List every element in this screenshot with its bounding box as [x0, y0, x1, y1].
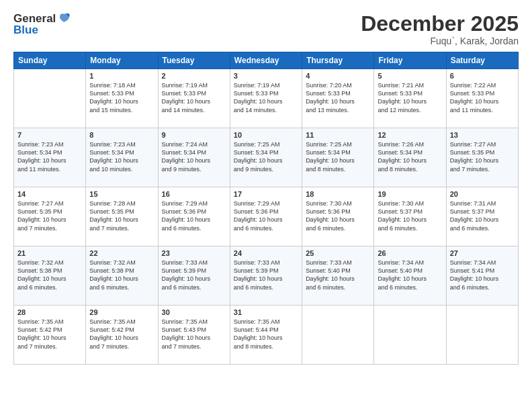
calendar-cell: 9Sunrise: 7:24 AM Sunset: 5:34 PM Daylig… [158, 128, 230, 187]
week-row-5: 28Sunrise: 7:35 AM Sunset: 5:42 PM Dayli… [14, 306, 519, 365]
page: General Blue December 2025 Fuqu`, Karak,… [0, 0, 532, 411]
weekday-header-saturday: Saturday [446, 52, 518, 69]
calendar-cell: 6Sunrise: 7:22 AM Sunset: 5:33 PM Daylig… [446, 69, 518, 128]
day-number: 10 [234, 131, 298, 139]
cell-sun-info: Sunrise: 7:35 AM Sunset: 5:42 PM Dayligh… [89, 318, 154, 351]
calendar-table: SundayMondayTuesdayWednesdayThursdayFrid… [13, 52, 519, 365]
cell-sun-info: Sunrise: 7:26 AM Sunset: 5:34 PM Dayligh… [378, 140, 442, 173]
calendar-cell: 23Sunrise: 7:33 AM Sunset: 5:39 PM Dayli… [158, 246, 230, 306]
cell-sun-info: Sunrise: 7:25 AM Sunset: 5:34 PM Dayligh… [234, 140, 298, 173]
week-row-1: 1Sunrise: 7:18 AM Sunset: 5:33 PM Daylig… [14, 69, 519, 128]
cell-sun-info: Sunrise: 7:35 AM Sunset: 5:44 PM Dayligh… [234, 318, 298, 351]
calendar-cell: 5Sunrise: 7:21 AM Sunset: 5:33 PM Daylig… [374, 69, 446, 128]
cell-sun-info: Sunrise: 7:20 AM Sunset: 5:33 PM Dayligh… [306, 81, 370, 114]
day-number: 5 [378, 72, 442, 80]
cell-sun-info: Sunrise: 7:33 AM Sunset: 5:39 PM Dayligh… [162, 259, 226, 291]
cell-sun-info: Sunrise: 7:30 AM Sunset: 5:36 PM Dayligh… [306, 199, 370, 232]
day-number: 29 [89, 308, 154, 316]
day-number: 6 [450, 72, 515, 80]
calendar-cell: 13Sunrise: 7:27 AM Sunset: 5:35 PM Dayli… [446, 128, 518, 187]
calendar-cell: 12Sunrise: 7:26 AM Sunset: 5:34 PM Dayli… [374, 128, 446, 187]
cell-sun-info: Sunrise: 7:22 AM Sunset: 5:33 PM Dayligh… [450, 81, 515, 114]
calendar-cell: 21Sunrise: 7:32 AM Sunset: 5:38 PM Dayli… [14, 246, 86, 306]
cell-sun-info: Sunrise: 7:33 AM Sunset: 5:40 PM Dayligh… [306, 259, 370, 291]
logo-bird-icon [57, 13, 71, 25]
header: General Blue December 2025 Fuqu`, Karak,… [13, 12, 519, 46]
cell-sun-info: Sunrise: 7:24 AM Sunset: 5:34 PM Dayligh… [162, 140, 226, 173]
month-title: December 2025 [361, 12, 519, 36]
cell-sun-info: Sunrise: 7:29 AM Sunset: 5:36 PM Dayligh… [162, 199, 226, 232]
week-row-2: 7Sunrise: 7:23 AM Sunset: 5:34 PM Daylig… [14, 128, 519, 187]
day-number: 7 [17, 131, 82, 139]
calendar-cell: 14Sunrise: 7:27 AM Sunset: 5:35 PM Dayli… [14, 187, 86, 246]
week-row-4: 21Sunrise: 7:32 AM Sunset: 5:38 PM Dayli… [14, 246, 519, 306]
cell-sun-info: Sunrise: 7:30 AM Sunset: 5:37 PM Dayligh… [378, 199, 442, 232]
day-number: 25 [306, 249, 370, 257]
day-number: 31 [234, 308, 298, 316]
calendar-cell [302, 306, 374, 365]
day-number: 15 [89, 190, 154, 198]
weekday-header-row: SundayMondayTuesdayWednesdayThursdayFrid… [14, 52, 519, 69]
calendar-cell: 24Sunrise: 7:33 AM Sunset: 5:39 PM Dayli… [230, 246, 302, 306]
day-number: 23 [162, 249, 226, 257]
calendar-cell: 4Sunrise: 7:20 AM Sunset: 5:33 PM Daylig… [302, 69, 374, 128]
day-number: 19 [378, 190, 442, 198]
logo: General Blue [13, 12, 71, 37]
cell-sun-info: Sunrise: 7:23 AM Sunset: 5:34 PM Dayligh… [17, 140, 82, 173]
day-number: 8 [89, 131, 154, 139]
cell-sun-info: Sunrise: 7:19 AM Sunset: 5:33 PM Dayligh… [162, 81, 226, 114]
logo-blue: Blue [13, 24, 38, 37]
cell-sun-info: Sunrise: 7:27 AM Sunset: 5:35 PM Dayligh… [17, 199, 82, 232]
day-number: 26 [378, 249, 442, 257]
cell-sun-info: Sunrise: 7:18 AM Sunset: 5:33 PM Dayligh… [89, 81, 154, 114]
calendar-cell [14, 69, 86, 128]
cell-sun-info: Sunrise: 7:27 AM Sunset: 5:35 PM Dayligh… [450, 140, 515, 173]
calendar-cell: 8Sunrise: 7:23 AM Sunset: 5:34 PM Daylig… [86, 128, 158, 187]
cell-sun-info: Sunrise: 7:34 AM Sunset: 5:41 PM Dayligh… [450, 259, 515, 291]
weekday-header-monday: Monday [86, 52, 158, 69]
calendar-cell: 7Sunrise: 7:23 AM Sunset: 5:34 PM Daylig… [14, 128, 86, 187]
cell-sun-info: Sunrise: 7:29 AM Sunset: 5:36 PM Dayligh… [234, 199, 298, 232]
cell-sun-info: Sunrise: 7:25 AM Sunset: 5:34 PM Dayligh… [306, 140, 370, 173]
location: Fuqu`, Karak, Jordan [361, 36, 519, 46]
day-number: 20 [450, 190, 515, 198]
cell-sun-info: Sunrise: 7:33 AM Sunset: 5:39 PM Dayligh… [234, 259, 298, 291]
cell-sun-info: Sunrise: 7:35 AM Sunset: 5:42 PM Dayligh… [17, 318, 82, 351]
cell-sun-info: Sunrise: 7:23 AM Sunset: 5:34 PM Dayligh… [89, 140, 154, 173]
day-number: 18 [306, 190, 370, 198]
day-number: 17 [234, 190, 298, 198]
cell-sun-info: Sunrise: 7:34 AM Sunset: 5:40 PM Dayligh… [378, 259, 442, 291]
calendar-cell: 31Sunrise: 7:35 AM Sunset: 5:44 PM Dayli… [230, 306, 302, 365]
day-number: 9 [162, 131, 226, 139]
cell-sun-info: Sunrise: 7:31 AM Sunset: 5:37 PM Dayligh… [450, 199, 515, 232]
day-number: 3 [234, 72, 298, 80]
cell-sun-info: Sunrise: 7:28 AM Sunset: 5:35 PM Dayligh… [89, 199, 154, 232]
day-number: 28 [17, 308, 82, 316]
calendar-cell: 11Sunrise: 7:25 AM Sunset: 5:34 PM Dayli… [302, 128, 374, 187]
cell-sun-info: Sunrise: 7:32 AM Sunset: 5:38 PM Dayligh… [17, 259, 82, 291]
day-number: 4 [306, 72, 370, 80]
calendar-cell: 15Sunrise: 7:28 AM Sunset: 5:35 PM Dayli… [86, 187, 158, 246]
week-row-3: 14Sunrise: 7:27 AM Sunset: 5:35 PM Dayli… [14, 187, 519, 246]
calendar-cell: 18Sunrise: 7:30 AM Sunset: 5:36 PM Dayli… [302, 187, 374, 246]
cell-sun-info: Sunrise: 7:21 AM Sunset: 5:33 PM Dayligh… [378, 81, 442, 114]
day-number: 21 [17, 249, 82, 257]
weekday-header-tuesday: Tuesday [158, 52, 230, 69]
weekday-header-sunday: Sunday [14, 52, 86, 69]
title-block: December 2025 Fuqu`, Karak, Jordan [361, 12, 519, 46]
calendar-cell: 26Sunrise: 7:34 AM Sunset: 5:40 PM Dayli… [374, 246, 446, 306]
weekday-header-wednesday: Wednesday [230, 52, 302, 69]
calendar-cell: 16Sunrise: 7:29 AM Sunset: 5:36 PM Dayli… [158, 187, 230, 246]
day-number: 24 [234, 249, 298, 257]
calendar-cell [374, 306, 446, 365]
cell-sun-info: Sunrise: 7:19 AM Sunset: 5:33 PM Dayligh… [234, 81, 298, 114]
weekday-header-friday: Friday [374, 52, 446, 69]
day-number: 22 [89, 249, 154, 257]
day-number: 2 [162, 72, 226, 80]
calendar-cell: 10Sunrise: 7:25 AM Sunset: 5:34 PM Dayli… [230, 128, 302, 187]
day-number: 14 [17, 190, 82, 198]
calendar-cell: 20Sunrise: 7:31 AM Sunset: 5:37 PM Dayli… [446, 187, 518, 246]
calendar-cell: 22Sunrise: 7:32 AM Sunset: 5:38 PM Dayli… [86, 246, 158, 306]
day-number: 27 [450, 249, 515, 257]
cell-sun-info: Sunrise: 7:32 AM Sunset: 5:38 PM Dayligh… [89, 259, 154, 291]
